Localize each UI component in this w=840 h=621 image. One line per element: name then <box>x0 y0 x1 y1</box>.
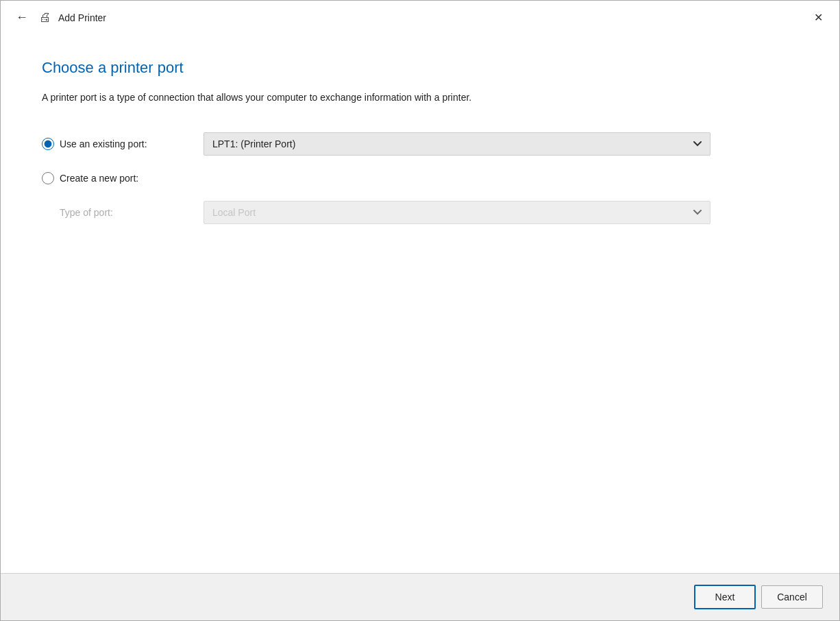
page-description: A printer port is a type of connection t… <box>42 90 798 105</box>
next-button[interactable]: Next <box>694 585 756 609</box>
new-port-label[interactable]: Create a new port: <box>42 172 193 184</box>
new-port-row: Create a new port: <box>42 172 798 184</box>
port-type-dropdown[interactable]: Local Port Standard TCP/IP Port <box>203 201 711 224</box>
title-bar-left: ← 🖨 Add Printer <box>12 9 106 26</box>
existing-port-row: Use an existing port: LPT1: (Printer Por… <box>42 132 798 156</box>
printer-icon: 🖨 <box>39 10 51 25</box>
new-port-radio[interactable] <box>42 172 54 184</box>
form-section: Use an existing port: LPT1: (Printer Por… <box>42 132 798 224</box>
existing-port-dropdown[interactable]: LPT1: (Printer Port) LPT2: (Printer Port… <box>203 132 711 156</box>
dialog-title: Add Printer <box>58 12 106 23</box>
existing-port-label[interactable]: Use an existing port: <box>42 138 193 150</box>
dialog-footer: Next Cancel <box>1 573 839 620</box>
existing-port-label-text: Use an existing port: <box>60 138 147 149</box>
back-button[interactable]: ← <box>12 9 32 26</box>
page-heading: Choose a printer port <box>42 59 798 77</box>
close-button[interactable]: ✕ <box>808 10 828 26</box>
add-printer-dialog: ← 🖨 Add Printer ✕ Choose a printer port … <box>0 0 840 621</box>
port-type-label: Type of port: <box>42 207 193 218</box>
title-bar: ← 🖨 Add Printer ✕ <box>1 1 839 32</box>
cancel-button[interactable]: Cancel <box>761 585 823 609</box>
main-content: Choose a printer port A printer port is … <box>1 32 839 573</box>
new-port-label-text: Create a new port: <box>60 173 138 184</box>
port-type-row: Type of port: Local Port Standard TCP/IP… <box>42 201 798 224</box>
existing-port-radio[interactable] <box>42 138 54 150</box>
